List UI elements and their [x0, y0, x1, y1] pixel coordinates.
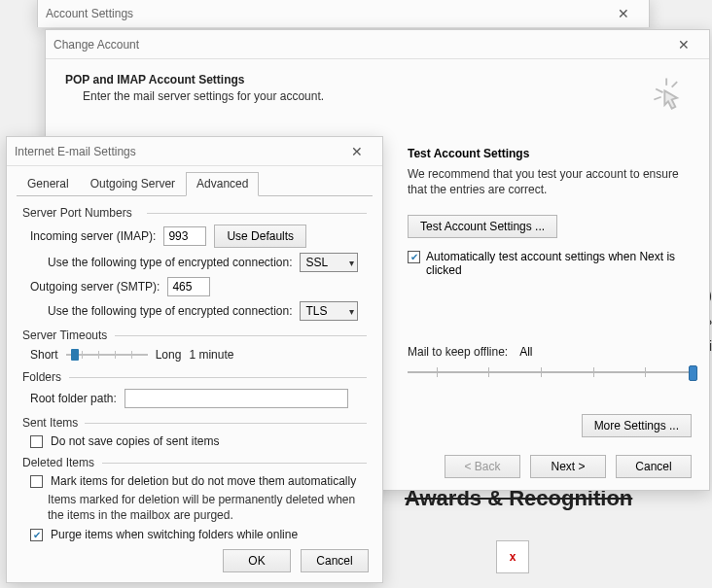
group-label: Server Timeouts	[22, 329, 367, 342]
no-save-label: Do not save copies of sent items	[51, 434, 219, 448]
timeout-long-label: Long	[156, 348, 182, 362]
incoming-port-input[interactable]	[163, 226, 206, 246]
group-label: Folders	[22, 370, 367, 384]
tab-advanced[interactable]: Advanced	[186, 172, 259, 196]
next-button[interactable]: Next >	[530, 455, 606, 478]
timeout-value: 1 minute	[189, 348, 233, 362]
wizard-subheading: Enter the mail server settings for your …	[65, 89, 324, 103]
cursor-sparkle-icon	[647, 73, 690, 116]
titlebar: Internet E-mail Settings ✕	[7, 137, 382, 166]
tabpanel-advanced: Server Port Numbers Incoming server (IMA…	[17, 196, 373, 541]
test-account-heading: Test Account Settings	[408, 147, 697, 160]
offline-label: Mail to keep offline:	[408, 345, 508, 359]
group-deleted-items: Deleted Items Mark items for deletion bu…	[22, 456, 367, 541]
outgoing-label: Outgoing server (SMTP):	[30, 280, 160, 294]
outgoing-enc-value: TLS	[305, 304, 327, 318]
window-title: Internet E-mail Settings	[15, 145, 339, 158]
cancel-button[interactable]: Cancel	[616, 455, 692, 478]
incoming-enc-value: SSL	[305, 256, 328, 269]
more-settings-button[interactable]: More Settings ...	[582, 414, 692, 437]
incoming-enc-select[interactable]: SSL ▾	[300, 253, 358, 272]
timeout-short-label: Short	[30, 348, 58, 362]
test-account-desc: We recommend that you test your account …	[408, 166, 697, 197]
titlebar: Change Account ✕	[46, 30, 709, 59]
svg-line-3	[654, 97, 660, 100]
group-label: Deleted Items	[22, 456, 367, 469]
group-label: Sent Items	[22, 416, 367, 430]
ok-button[interactable]: OK	[223, 549, 291, 572]
auto-test-label: Automatically test account settings when…	[426, 250, 679, 277]
back-button[interactable]: < Back	[445, 455, 520, 478]
root-folder-label: Root folder path:	[30, 392, 117, 405]
incoming-label: Incoming server (IMAP):	[30, 229, 156, 243]
root-folder-input[interactable]	[125, 389, 348, 408]
offline-row: Mail to keep offline: All	[408, 345, 697, 359]
no-save-checkbox[interactable]	[30, 435, 43, 448]
auto-test-checkbox[interactable]	[408, 251, 420, 263]
auto-test-row[interactable]: Automatically test account settings when…	[408, 250, 697, 277]
use-defaults-button[interactable]: Use Defaults	[214, 225, 306, 248]
group-label: Server Port Numbers	[22, 206, 367, 220]
group-server-timeouts: Server Timeouts Short Long 1 minute	[22, 329, 367, 363]
close-icon[interactable]: ✕	[666, 31, 701, 58]
incoming-enc-label: Use the following type of encrypted conn…	[48, 256, 292, 269]
tabs: General Outgoing Server Advanced	[17, 172, 373, 196]
outgoing-enc-select[interactable]: TLS ▾	[300, 301, 358, 321]
group-folders: Folders Root folder path:	[22, 370, 367, 408]
svg-line-0	[656, 89, 662, 93]
mark-delete-checkbox[interactable]	[30, 475, 43, 488]
outgoing-enc-label: Use the following type of encrypted conn…	[48, 304, 292, 318]
cancel-button[interactable]: Cancel	[301, 549, 369, 572]
group-sent-items: Sent Items Do not save copies of sent it…	[22, 416, 367, 448]
test-account-panel: Test Account Settings We recommend that …	[408, 147, 697, 432]
wizard-header: POP and IMAP Account Settings Enter the …	[65, 73, 690, 116]
timeout-slider[interactable]	[66, 347, 148, 363]
titlebar: Account Settings ✕	[38, 0, 649, 28]
broken-image-icon: x	[496, 540, 529, 573]
close-icon[interactable]: ✕	[339, 138, 374, 165]
wizard-footer: < Back Next > Cancel	[445, 455, 692, 478]
svg-line-2	[672, 82, 678, 87]
purge-label: Purge items when switching folders while…	[51, 528, 298, 541]
tab-general[interactable]: General	[17, 172, 80, 196]
window-title: Change Account	[53, 38, 666, 52]
account-settings-window: Account Settings ✕	[37, 0, 650, 27]
offline-slider[interactable]	[408, 363, 697, 382]
outgoing-port-input[interactable]	[167, 277, 210, 296]
close-icon[interactable]: ✕	[606, 0, 641, 27]
mark-delete-note: Items marked for deletion will be perman…	[48, 493, 359, 523]
chevron-down-icon: ▾	[349, 258, 354, 268]
test-account-button[interactable]: Test Account Settings ...	[408, 215, 557, 238]
window-title: Account Settings	[46, 7, 606, 20]
mark-delete-label: Mark items for deletion but do not move …	[51, 474, 356, 488]
chevron-down-icon: ▾	[349, 306, 354, 317]
purge-checkbox[interactable]	[30, 529, 43, 541]
internet-email-settings-dialog: Internet E-mail Settings ✕ General Outgo…	[6, 136, 383, 583]
offline-value: All	[519, 345, 532, 359]
wizard-heading: POP and IMAP Account Settings	[65, 73, 324, 86]
group-server-ports: Server Port Numbers Incoming server (IMA…	[22, 206, 367, 321]
dialog-footer: OK Cancel	[17, 541, 373, 572]
tab-outgoing-server[interactable]: Outgoing Server	[80, 172, 186, 196]
